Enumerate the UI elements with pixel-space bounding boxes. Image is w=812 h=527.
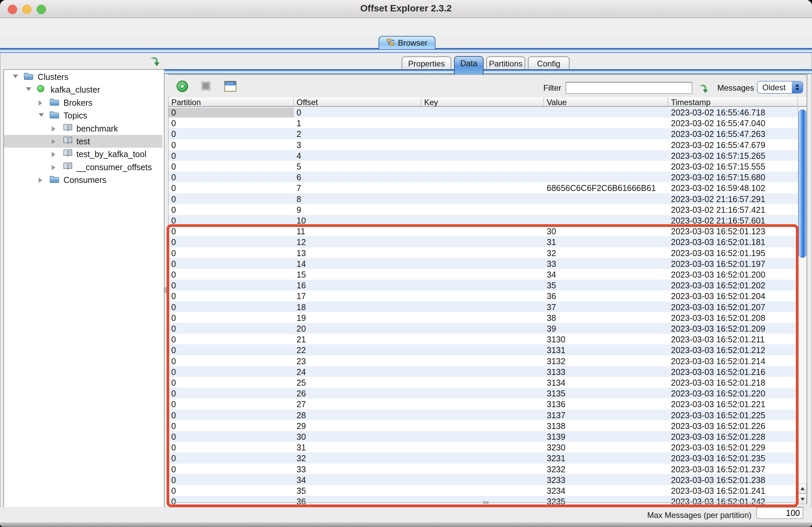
cell-partition[interactable]: 0 xyxy=(169,465,294,474)
cell-value[interactable] xyxy=(544,118,668,128)
cell-value[interactable] xyxy=(544,173,668,182)
cell-value[interactable]: 30 xyxy=(544,226,668,236)
cell-offset[interactable]: 25 xyxy=(294,378,421,388)
cell-value[interactable]: 3233 xyxy=(544,475,668,485)
cell-partition[interactable]: 0 xyxy=(169,475,294,485)
table-row[interactable]: 012023-03-02 16:55:47.040 xyxy=(169,117,798,128)
jump-icon[interactable] xyxy=(149,56,160,67)
table-row[interactable]: 02831372023-03-03 16:52:01.225 xyxy=(169,410,798,420)
cell-key[interactable] xyxy=(421,313,544,323)
cell-key[interactable] xyxy=(421,389,544,398)
cell-timestamp[interactable]: 2023-03-02 16:57:15.555 xyxy=(668,162,798,172)
tab-data[interactable]: Data xyxy=(454,56,483,74)
cell-partition[interactable]: 0 xyxy=(169,270,294,280)
table-row[interactable]: 018372023-03-03 16:52:01.207 xyxy=(169,302,798,312)
cell-offset[interactable]: 20 xyxy=(294,324,421,334)
table-row[interactable]: 02331322023-03-03 16:52:01.214 xyxy=(169,355,798,366)
splitter-handle[interactable] xyxy=(163,287,167,293)
cell-timestamp[interactable]: 2023-03-03 16:52:01.212 xyxy=(668,346,798,355)
cell-value[interactable]: 3231 xyxy=(544,453,668,463)
table-row[interactable]: 03132302023-03-03 16:52:01.229 xyxy=(169,442,798,453)
cell-key[interactable] xyxy=(421,335,544,345)
table-row[interactable]: 02931382023-03-03 16:52:01.226 xyxy=(169,420,798,431)
cell-key[interactable] xyxy=(421,237,544,247)
cell-timestamp[interactable]: 2023-03-03 16:52:01.214 xyxy=(668,356,798,366)
cell-offset[interactable]: 23 xyxy=(294,356,421,366)
cell-key[interactable] xyxy=(421,216,544,225)
cell-partition[interactable]: 0 xyxy=(169,237,294,247)
cell-offset[interactable]: 10 xyxy=(294,216,421,225)
cell-timestamp[interactable]: 2023-03-02 16:55:47.263 xyxy=(668,129,798,139)
tab-properties[interactable]: Properties xyxy=(402,56,451,69)
cell-value[interactable]: 36 xyxy=(544,291,668,301)
cell-partition[interactable]: 0 xyxy=(169,313,294,323)
cell-key[interactable] xyxy=(421,378,544,388)
cell-value[interactable] xyxy=(544,194,668,204)
scroll-down-button[interactable] xyxy=(798,494,807,504)
cell-timestamp[interactable]: 2023-03-03 16:52:01.181 xyxy=(668,237,798,247)
table-row[interactable]: 0768656C6C6F2C6B61666B612023-03-02 16:59… xyxy=(169,182,798,193)
tree-item-__consumer_offsets[interactable]: __consumer_offsets xyxy=(4,161,162,174)
tab-partitions[interactable]: Partitions xyxy=(486,56,525,69)
cell-timestamp[interactable]: 2023-03-03 16:52:01.225 xyxy=(668,411,798,420)
collapse-arrow-icon[interactable] xyxy=(13,74,18,78)
cell-key[interactable] xyxy=(421,162,544,172)
cell-key[interactable] xyxy=(421,303,544,312)
cell-key[interactable] xyxy=(421,194,544,204)
table-row[interactable]: 014332023-03-03 16:52:01.197 xyxy=(169,258,798,269)
cell-key[interactable] xyxy=(421,151,544,161)
cell-key[interactable] xyxy=(421,108,544,117)
cell-partition[interactable]: 0 xyxy=(169,303,294,312)
cell-value[interactable]: 33 xyxy=(544,259,668,269)
table-row[interactable]: 03031392023-03-03 16:52:01.228 xyxy=(169,431,798,442)
cell-partition[interactable]: 0 xyxy=(169,356,294,366)
cell-timestamp[interactable]: 2023-03-02 21:16:57.421 xyxy=(668,205,798,215)
cell-partition[interactable]: 0 xyxy=(169,335,294,345)
cell-partition[interactable]: 0 xyxy=(169,162,294,172)
cell-value[interactable]: 3138 xyxy=(544,421,668,431)
cell-partition[interactable]: 0 xyxy=(169,118,294,128)
cell-offset[interactable]: 24 xyxy=(294,367,421,377)
cell-value[interactable]: 3130 xyxy=(544,335,668,345)
cell-offset[interactable]: 18 xyxy=(294,303,421,312)
cell-timestamp[interactable]: 2023-03-03 16:52:01.237 xyxy=(668,465,798,474)
table-row[interactable]: 022023-03-02 16:55:47.263 xyxy=(169,128,798,139)
cell-timestamp[interactable]: 2023-03-03 16:52:01.221 xyxy=(668,399,798,409)
cell-key[interactable] xyxy=(421,367,544,377)
table-row[interactable]: 013322023-03-03 16:52:01.195 xyxy=(169,247,798,258)
table-row[interactable]: 042023-03-02 16:57:15.265 xyxy=(169,150,798,161)
cell-key[interactable] xyxy=(421,486,544,496)
cell-value[interactable]: 3232 xyxy=(544,465,668,474)
cell-value[interactable]: 37 xyxy=(544,303,668,312)
cell-key[interactable] xyxy=(421,475,544,485)
cell-value[interactable] xyxy=(544,216,668,225)
cell-timestamp[interactable]: 2023-03-03 16:52:01.209 xyxy=(668,324,798,334)
tree-item-test[interactable]: test xyxy=(4,135,162,148)
cell-offset[interactable]: 33 xyxy=(294,465,421,474)
table-row[interactable]: 052023-03-02 16:57:15.555 xyxy=(169,161,798,172)
cell-timestamp[interactable]: 2023-03-03 16:52:01.202 xyxy=(668,281,798,290)
tree-item-Clusters[interactable]: Clusters xyxy=(4,71,162,83)
cell-partition[interactable]: 0 xyxy=(169,259,294,269)
table-row[interactable]: 032023-03-02 16:55:47.679 xyxy=(169,139,798,150)
cell-value[interactable] xyxy=(544,151,668,161)
cell-offset[interactable]: 19 xyxy=(294,313,421,323)
cell-value[interactable]: 35 xyxy=(544,281,668,290)
expand-arrow-icon[interactable] xyxy=(39,100,42,106)
cell-partition[interactable]: 0 xyxy=(169,378,294,388)
cell-value[interactable]: 3135 xyxy=(544,389,668,398)
cell-offset[interactable]: 15 xyxy=(294,270,421,280)
cell-value[interactable]: 3137 xyxy=(544,411,668,420)
expand-arrow-icon[interactable] xyxy=(52,139,55,144)
table-row[interactable]: 092023-03-02 21:16:57.421 xyxy=(169,204,798,215)
cell-value[interactable]: 3134 xyxy=(544,378,668,388)
table-row[interactable]: 0102023-03-02 21:16:57.601 xyxy=(169,215,798,225)
table-row[interactable]: 020392023-03-03 16:52:01.209 xyxy=(169,323,798,334)
table-row[interactable]: 017362023-03-03 16:52:01.204 xyxy=(169,290,798,301)
cell-key[interactable] xyxy=(421,356,544,366)
cell-offset[interactable]: 5 xyxy=(294,162,421,172)
table-row[interactable]: 002023-03-02 16:55:46.718 xyxy=(169,107,798,117)
cell-offset[interactable]: 4 xyxy=(294,151,421,161)
cell-value[interactable]: 3131 xyxy=(544,346,668,355)
cell-partition[interactable]: 0 xyxy=(169,291,294,301)
